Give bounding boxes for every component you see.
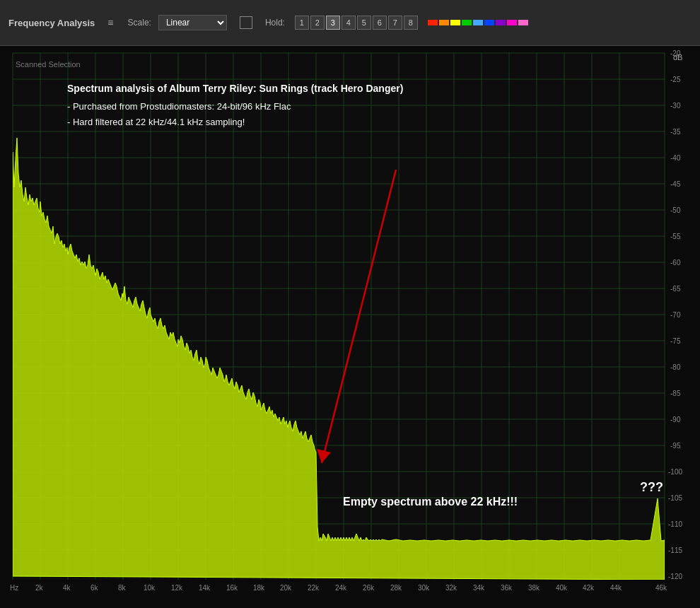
chart-subtitle2: - Hard filtered at 22 kHz/44.1 kHz sampl… (67, 117, 245, 127)
svg-text:-70: -70 (670, 311, 681, 319)
svg-text:-65: -65 (670, 285, 681, 293)
svg-text:2k: 2k (35, 584, 44, 592)
svg-text:-90: -90 (670, 416, 681, 423)
chart-container: dB -20 -25 -30 -35 -40 -45 -50 -55 -60 -… (0, 46, 700, 608)
svg-text:8k: 8k (118, 584, 127, 592)
svg-text:4k: 4k (63, 584, 71, 592)
svg-text:42k: 42k (583, 584, 595, 592)
hold-btn-4[interactable]: 4 (342, 16, 356, 30)
color-swatches (428, 20, 528, 25)
scale-select[interactable]: Linear Logarithmic (158, 15, 227, 30)
svg-text:18k: 18k (253, 584, 265, 592)
svg-text:24k: 24k (335, 584, 347, 592)
hold-btn-5[interactable]: 5 (357, 16, 371, 30)
svg-text:34k: 34k (473, 584, 485, 592)
swatch-8 (507, 20, 517, 25)
svg-text:-25: -25 (670, 76, 681, 83)
svg-text:22k: 22k (308, 584, 320, 592)
menu-icon[interactable]: ≡ (107, 17, 113, 28)
toolbar: Frequency Analysis ≡ Scale: Linear Logar… (0, 0, 700, 46)
svg-text:Hz: Hz (10, 584, 18, 592)
hold-btn-1[interactable]: 1 (295, 16, 309, 30)
swatch-5 (473, 20, 483, 25)
svg-text:-55: -55 (670, 233, 681, 240)
chart-subtitle1: - Purchased from Prostudiomasters: 24-bi… (67, 101, 291, 112)
svg-text:-100: -100 (668, 468, 682, 476)
hold-btn-7[interactable]: 7 (388, 16, 402, 30)
svg-text:-40: -40 (670, 154, 681, 162)
swatch-7 (496, 20, 506, 25)
svg-text:32k: 32k (445, 584, 457, 592)
chart-svg: dB -20 -25 -30 -35 -40 -45 -50 -55 -60 -… (0, 46, 700, 608)
hold-buttons: 1 2 3 4 5 6 7 8 (295, 16, 418, 30)
svg-text:38k: 38k (528, 584, 540, 592)
svg-text:-105: -105 (668, 494, 682, 502)
svg-text:-30: -30 (670, 102, 681, 110)
swatch-4 (462, 20, 472, 25)
svg-text:16k: 16k (226, 584, 238, 592)
swatch-3 (450, 20, 460, 25)
swatch-6 (484, 20, 494, 25)
hold-btn-6[interactable]: 6 (373, 16, 387, 30)
svg-text:-120: -120 (668, 573, 682, 580)
svg-text:-75: -75 (670, 337, 681, 345)
svg-text:46k: 46k (655, 584, 667, 592)
toolbar-title: Frequency Analysis (8, 18, 95, 28)
svg-text:30k: 30k (418, 584, 430, 592)
svg-text:-95: -95 (670, 442, 681, 450)
svg-text:40k: 40k (556, 584, 568, 592)
svg-text:28k: 28k (390, 584, 402, 592)
svg-text:-60: -60 (670, 259, 681, 267)
svg-text:-80: -80 (670, 363, 681, 371)
scanned-label: Scanned Selection (16, 60, 81, 69)
svg-text:14k: 14k (199, 584, 211, 592)
svg-text:10k: 10k (144, 584, 156, 592)
scale-label: Scale: (128, 18, 151, 28)
svg-text:-110: -110 (668, 520, 682, 528)
swatch-9 (518, 20, 528, 25)
empty-spectrum-text: Empty spectrum above 22 kHz!!! (343, 496, 518, 508)
hold-btn-3[interactable]: 3 (326, 16, 340, 30)
chart-title: Spectrum analysis of Album Terry Riley: … (67, 83, 403, 94)
svg-text:-85: -85 (670, 390, 681, 397)
swatch-1 (428, 20, 438, 25)
svg-text:12k: 12k (171, 584, 183, 592)
hold-btn-2[interactable]: 2 (310, 16, 325, 30)
svg-text:6k: 6k (91, 584, 99, 592)
svg-text:-115: -115 (668, 546, 682, 554)
svg-text:36k: 36k (501, 584, 513, 592)
svg-text:-35: -35 (670, 128, 681, 136)
svg-text:44k: 44k (610, 584, 622, 592)
svg-text:26k: 26k (363, 584, 375, 592)
svg-text:-50: -50 (670, 206, 681, 214)
question-marks: ??? (640, 480, 663, 494)
freeze-icon[interactable] (240, 16, 252, 29)
hold-btn-8[interactable]: 8 (404, 16, 418, 30)
svg-text:-20: -20 (670, 49, 681, 57)
swatch-2 (439, 20, 449, 25)
svg-text:-45: -45 (670, 180, 681, 188)
svg-text:20k: 20k (280, 584, 292, 592)
hold-label: Hold: (265, 18, 285, 28)
